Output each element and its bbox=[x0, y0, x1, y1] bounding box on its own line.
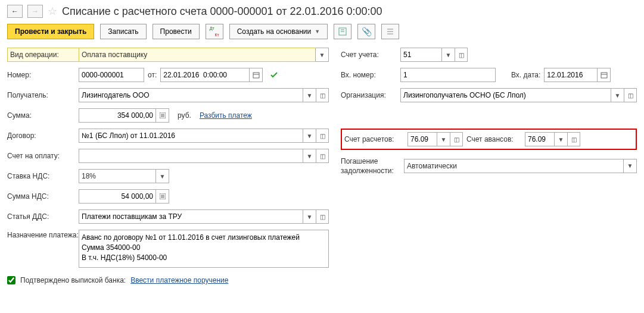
nav-back-button[interactable]: ← bbox=[7, 5, 23, 18]
reports-button[interactable] bbox=[334, 24, 351, 39]
settle-acc-field[interactable] bbox=[410, 135, 434, 143]
invoice-label: Счет на оплату: bbox=[7, 152, 79, 160]
settle-acc-open-icon[interactable]: ◫ bbox=[450, 132, 463, 146]
contract-open-icon[interactable]: ◫ bbox=[316, 129, 329, 143]
debt-value: Автоматически bbox=[407, 162, 621, 170]
sum-label: Сумма: bbox=[7, 111, 79, 120]
currency-label: руб. bbox=[178, 111, 191, 120]
org-open-icon[interactable]: ◫ bbox=[624, 88, 637, 102]
account-dropdown-icon[interactable]: ▼ bbox=[442, 48, 455, 62]
payee-dropdown-icon[interactable]: ▼ bbox=[303, 88, 316, 102]
operation-type-value: Оплата поставщику bbox=[82, 51, 313, 59]
sum-input[interactable] bbox=[79, 108, 156, 123]
vat-sum-input[interactable] bbox=[79, 189, 156, 204]
date-input-field[interactable] bbox=[163, 71, 247, 79]
in-date-label: Вх. дата: bbox=[511, 71, 540, 79]
payee-open-icon[interactable]: ◫ bbox=[316, 88, 329, 102]
number-input[interactable] bbox=[79, 68, 144, 82]
calendar-icon[interactable] bbox=[250, 68, 263, 82]
vat-rate-value: 18% bbox=[82, 172, 153, 180]
dds-dropdown-icon[interactable]: ▼ bbox=[303, 209, 316, 224]
contract-field[interactable] bbox=[82, 132, 300, 140]
debt-select[interactable]: Автоматически bbox=[404, 159, 624, 173]
contract-input[interactable] bbox=[79, 129, 303, 143]
account-label: Счет учета: bbox=[341, 51, 400, 59]
sum-calc-icon[interactable] bbox=[156, 108, 169, 123]
create-based-on-button[interactable]: Создать на основании ▼ bbox=[229, 24, 328, 39]
confirmed-label: Подтверждено выпиской банка: bbox=[20, 276, 126, 284]
in-date-input[interactable] bbox=[544, 68, 598, 82]
operation-type-select[interactable]: Оплата поставщику bbox=[79, 48, 316, 62]
number-input-field[interactable] bbox=[82, 71, 141, 79]
in-number-input[interactable] bbox=[400, 68, 496, 82]
payee-input[interactable] bbox=[79, 88, 303, 102]
split-payment-link[interactable]: Разбить платеж bbox=[200, 111, 252, 120]
settle-acc-input[interactable] bbox=[407, 132, 437, 146]
invoice-open-icon[interactable]: ◫ bbox=[316, 149, 329, 163]
vat-rate-label: Ставка НДС: bbox=[7, 172, 79, 180]
status-checkmark-icon bbox=[270, 71, 278, 79]
dds-field[interactable] bbox=[82, 212, 300, 221]
payee-label: Получатель: bbox=[7, 91, 79, 99]
svg-rect-16 bbox=[601, 73, 607, 78]
list-icon bbox=[386, 27, 394, 36]
post-and-close-button[interactable]: Провести и закрыть bbox=[7, 24, 94, 39]
in-number-field[interactable] bbox=[403, 71, 493, 79]
report-icon bbox=[338, 27, 347, 36]
paperclip-icon: 📎 bbox=[362, 27, 372, 36]
purpose-textarea[interactable] bbox=[79, 230, 329, 268]
enter-payment-order-link[interactable]: Ввести платежное поручение bbox=[130, 276, 228, 284]
in-number-label: Вх. номер: bbox=[341, 71, 400, 79]
payee-field[interactable] bbox=[82, 91, 300, 99]
debt-dropdown-icon[interactable]: ▼ bbox=[624, 159, 637, 173]
org-dropdown-icon[interactable]: ▼ bbox=[611, 88, 624, 102]
vat-sum-field[interactable] bbox=[82, 192, 153, 201]
create-based-label: Создать на основании bbox=[237, 27, 312, 36]
page-title: Списание с расчетного счета 0000-000001 … bbox=[62, 5, 382, 18]
account-open-icon[interactable]: ◫ bbox=[455, 48, 468, 62]
confirmed-checkbox[interactable] bbox=[7, 276, 15, 284]
svg-rect-6 bbox=[253, 73, 259, 78]
attach-button[interactable]: 📎 bbox=[357, 24, 375, 39]
advance-acc-open-icon[interactable]: ◫ bbox=[567, 132, 580, 146]
in-date-field[interactable] bbox=[547, 71, 595, 79]
invoice-input[interactable] bbox=[79, 149, 303, 163]
dt-kt-button[interactable] bbox=[206, 24, 223, 39]
post-button[interactable]: Провести bbox=[153, 24, 200, 39]
invoice-field[interactable] bbox=[82, 152, 300, 160]
accounts-red-highlight: Счет расчетов: ▼ ◫ Счет авансов: ▼ ◫ bbox=[341, 129, 637, 150]
debt-label: Погашение задолженности: bbox=[341, 156, 400, 176]
invoice-dropdown-icon[interactable]: ▼ bbox=[303, 149, 316, 163]
account-input[interactable] bbox=[400, 48, 442, 62]
contract-label: Договор: bbox=[7, 132, 79, 140]
vat-sum-label: Сумма НДС: bbox=[7, 192, 79, 201]
nav-forward-button[interactable]: → bbox=[27, 5, 43, 18]
purpose-label: Назначение платежа: bbox=[7, 230, 79, 240]
dds-open-icon[interactable]: ◫ bbox=[316, 209, 329, 224]
advance-acc-field[interactable] bbox=[528, 135, 552, 143]
vat-sum-calc-icon[interactable] bbox=[156, 189, 169, 204]
date-input[interactable] bbox=[160, 68, 250, 82]
account-field[interactable] bbox=[403, 51, 439, 59]
from-label: от: bbox=[148, 71, 157, 79]
contract-dropdown-icon[interactable]: ▼ bbox=[303, 129, 316, 143]
list-button[interactable] bbox=[381, 24, 399, 39]
number-label: Номер: bbox=[7, 71, 79, 79]
in-date-calendar-icon[interactable] bbox=[598, 68, 611, 82]
org-input[interactable] bbox=[400, 88, 611, 102]
dds-label: Статья ДДС: bbox=[7, 212, 79, 221]
settle-acc-dropdown-icon[interactable]: ▼ bbox=[437, 132, 450, 146]
sum-field[interactable] bbox=[82, 111, 153, 120]
vat-rate-select[interactable]: 18% bbox=[79, 169, 156, 183]
org-field[interactable] bbox=[403, 91, 608, 99]
operation-type-dropdown-icon[interactable]: ▼ bbox=[316, 48, 329, 62]
advance-acc-dropdown-icon[interactable]: ▼ bbox=[555, 132, 568, 146]
save-button[interactable]: Записать bbox=[100, 24, 146, 39]
vat-rate-dropdown-icon[interactable]: ▼ bbox=[156, 169, 169, 183]
dds-input[interactable] bbox=[79, 209, 303, 224]
advance-acc-input[interactable] bbox=[525, 132, 555, 146]
favorite-star-icon[interactable]: ☆ bbox=[48, 5, 57, 18]
chevron-down-icon: ▼ bbox=[315, 29, 320, 35]
operation-type-label: Вид операции: bbox=[7, 48, 79, 62]
advance-acc-label: Счет авансов: bbox=[466, 135, 521, 143]
